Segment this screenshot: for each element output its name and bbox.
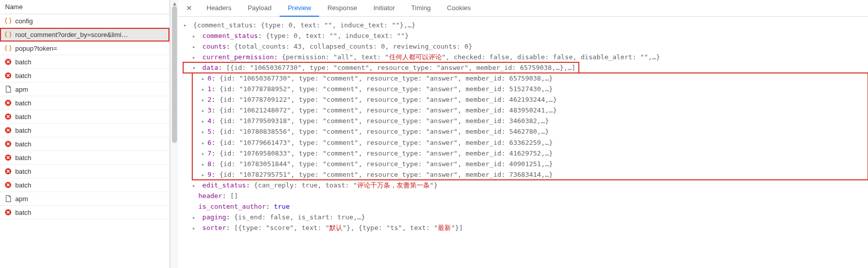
toggle-icon[interactable] [183, 21, 189, 30]
tree-node-is-content-author[interactable]: is_content_author: true [183, 201, 868, 212]
toggle-icon[interactable] [192, 32, 198, 41]
data-array-item[interactable]: 3: {id: "10621248072", type: "comment", … [192, 105, 848, 116]
request-row[interactable]: apm [0, 192, 169, 206]
json-icon [4, 44, 12, 52]
request-list[interactable]: configroot_comment?order_by=score&limi…p… [0, 14, 169, 268]
tab-cookies[interactable]: Cookies [439, 0, 479, 17]
prop-key: paging [202, 213, 226, 221]
prop-cjk: 任何人都可以评论 [389, 53, 442, 61]
request-row[interactable]: batch [0, 96, 169, 110]
toggle-icon[interactable] [192, 53, 198, 62]
item-summary: {id: "10780838556", type: "comment", res… [219, 128, 549, 135]
toggle-icon[interactable] [201, 106, 207, 116]
request-name: apm [15, 195, 165, 203]
prop-summary-pre: {can_reply: true, toast: " [254, 181, 358, 189]
tree-node-current-permission[interactable]: current_permission: {permission: "all", … [183, 52, 868, 62]
tree-node-edit-status[interactable]: edit_status: {can_reply: true, toast: "评… [183, 180, 868, 190]
array-index: 1 [207, 85, 212, 93]
tab-response[interactable]: Response [319, 0, 365, 17]
data-array-item[interactable]: 8: {id: "10783051844", type: "comment", … [192, 159, 848, 169]
close-icon[interactable]: ✕ [180, 4, 198, 12]
data-array-item[interactable]: 7: {id: "10769580833", type: "comment", … [192, 148, 848, 159]
data-array-item[interactable]: 1: {id: "10778788952", type: "comment", … [192, 84, 848, 94]
request-row[interactable]: batch [0, 110, 169, 124]
prop-summary: {type: 0, text: "", induce_text: ""} [266, 32, 409, 40]
prop-cjk: 评论千万条，友善第一条 [357, 181, 430, 189]
detail-tabs: ✕ HeadersPayloadPreviewResponseInitiator… [178, 0, 868, 17]
data-array-item[interactable]: 6: {id: "10779661473", type: "comment", … [192, 137, 848, 148]
prop-summary: [{id: "10650367730", type: "comment", re… [226, 64, 576, 71]
tree-node-header[interactable]: header: [] [183, 190, 868, 201]
toggle-icon[interactable] [192, 64, 198, 73]
data-array-item[interactable]: 2: {id: "10778709122", type: "comment", … [192, 94, 848, 105]
request-row[interactable]: batch [0, 69, 169, 83]
toggle-icon[interactable] [192, 224, 198, 233]
request-row[interactable]: root_comment?order_by=score&limi… [0, 28, 169, 42]
request-row[interactable]: config [0, 14, 169, 28]
tab-payload[interactable]: Payload [239, 0, 280, 17]
request-name: batch [15, 181, 165, 189]
request-row[interactable]: batch [0, 137, 169, 151]
tab-timing[interactable]: Timing [403, 0, 439, 17]
tree-root[interactable]: {comment_status: {type: 0, text: "", ind… [183, 20, 868, 30]
request-row[interactable]: batch [0, 165, 169, 178]
prop-summary-post: "}] [451, 224, 463, 232]
tab-preview[interactable]: Preview [280, 0, 319, 17]
prop-value: true [274, 203, 290, 210]
toggle-icon[interactable] [201, 74, 207, 84]
request-row[interactable]: batch [0, 151, 169, 165]
toggle-icon[interactable] [201, 128, 207, 137]
prop-key: is_content_author [198, 203, 266, 210]
prop-summary: {total_counts: 43, collapsed_counts: 0, … [234, 43, 472, 50]
prop-summary-post: "} [430, 181, 438, 189]
array-index: 9 [207, 171, 212, 178]
request-name: batch [15, 168, 165, 175]
request-row[interactable]: apm [0, 83, 169, 96]
toggle-icon[interactable] [201, 149, 207, 159]
item-summary: {id: "10769580833", type: "comment", res… [219, 149, 552, 157]
data-array-item[interactable]: 5: {id: "10780838556", type: "comment", … [192, 126, 848, 137]
tree-node-data[interactable]: data: [{id: "10650367730", type: "commen… [183, 62, 579, 73]
root-summary: {comment_status: {type: 0, text: "", ind… [193, 21, 415, 29]
prop-cjk: 默认 [329, 224, 342, 232]
toggle-icon[interactable] [201, 171, 207, 180]
request-row[interactable]: batch [0, 55, 169, 69]
left-scrollbar[interactable]: ▴ [170, 0, 178, 268]
toggle-icon[interactable] [201, 117, 207, 126]
data-array-item[interactable]: 0: {id: "10650367730", type: "comment", … [192, 73, 848, 84]
request-row[interactable]: batch [0, 178, 169, 192]
toggle-icon[interactable] [201, 96, 207, 105]
request-row[interactable]: batch [0, 206, 169, 219]
toggle-icon[interactable] [192, 213, 198, 222]
tree-node-sorter[interactable]: sorter: [{type: "score", text: "默认"}, {t… [183, 222, 868, 233]
data-array-item[interactable]: 4: {id: "10779509318", type: "comment", … [192, 116, 848, 126]
tree-node-comment-status[interactable]: comment_status: {type: 0, text: "", indu… [183, 30, 868, 41]
error-icon [4, 126, 12, 134]
data-array-item[interactable]: 9: {id: "10782795751", type: "comment", … [192, 169, 848, 180]
tab-headers[interactable]: Headers [198, 0, 239, 17]
error-icon [4, 71, 12, 80]
prop-summary-pre: {permission: "all", text: " [282, 53, 389, 61]
json-icon [4, 17, 12, 25]
toggle-icon[interactable] [201, 160, 207, 169]
toggle-icon[interactable] [192, 181, 198, 190]
request-row[interactable]: popup?token= [0, 42, 169, 55]
error-icon [4, 140, 12, 148]
scrollbar-thumb[interactable] [172, 6, 177, 143]
toggle-icon[interactable] [192, 43, 198, 52]
toggle-icon[interactable] [201, 85, 207, 94]
preview-tree[interactable]: {comment_status: {type: 0, text: "", ind… [178, 17, 868, 268]
tab-initiator[interactable]: Initiator [365, 0, 403, 17]
prop-key: counts [202, 43, 226, 50]
toggle-icon[interactable] [201, 139, 207, 148]
request-row[interactable]: batch [0, 124, 169, 137]
tree-node-counts[interactable]: counts: {total_counts: 43, collapsed_cou… [183, 41, 868, 52]
prop-summary-post: ", checked: false, disable: false, disab… [442, 53, 660, 61]
array-index: 2 [207, 96, 212, 103]
tree-node-paging[interactable]: paging: {is_end: false, is_start: true,…… [183, 212, 868, 222]
name-column-header[interactable]: Name [0, 0, 169, 14]
request-name: batch [15, 58, 165, 66]
prop-key: comment_status [202, 32, 258, 40]
request-name: apm [15, 86, 165, 93]
array-index: 8 [207, 160, 212, 168]
